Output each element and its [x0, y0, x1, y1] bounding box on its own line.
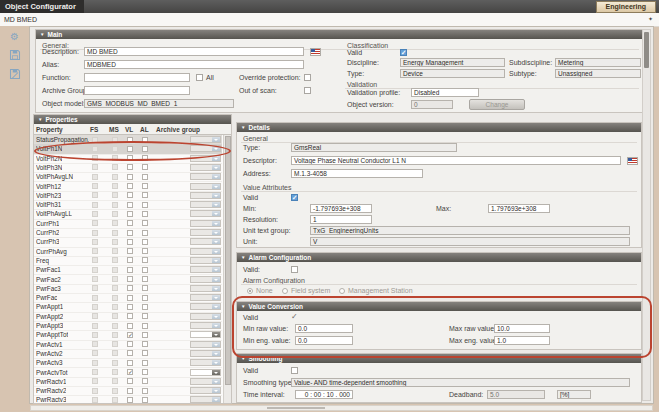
al-checkbox[interactable] — [142, 378, 148, 384]
al-checkbox[interactable] — [142, 323, 148, 329]
archive-group-row-dropdown[interactable] — [190, 201, 221, 208]
al-checkbox[interactable] — [142, 267, 148, 273]
override-protection-checkbox[interactable] — [304, 74, 311, 81]
dropdown-arrow-icon[interactable] — [212, 202, 220, 207]
vl-checkbox[interactable] — [127, 285, 133, 291]
time-interval-field[interactable]: 0 : 00 : 10 . 000 — [295, 390, 353, 399]
archive-group-row-dropdown[interactable] — [190, 285, 221, 292]
dropdown-arrow-icon[interactable] — [212, 323, 220, 328]
vl-checkbox[interactable] — [127, 164, 133, 170]
vl-checkbox[interactable] — [127, 202, 133, 208]
archive-group-row-dropdown[interactable] — [190, 136, 221, 143]
save-as-icon[interactable] — [8, 68, 22, 81]
archive-group-row-dropdown[interactable] — [190, 192, 221, 199]
out-of-scan-checkbox[interactable] — [304, 87, 311, 94]
archive-group-row-dropdown[interactable] — [190, 257, 221, 264]
horizontal-scrollbar[interactable] — [30, 405, 653, 411]
column-header-ms[interactable]: MS — [109, 125, 119, 134]
archive-group-row-dropdown[interactable] — [190, 341, 221, 348]
column-header-al[interactable]: AL — [140, 125, 149, 134]
dropdown-arrow-icon[interactable] — [212, 360, 220, 365]
subdiscipline-dropdown[interactable]: Metering — [555, 58, 641, 67]
descriptor-field[interactable]: Voltage Phase Neutral Conductor L1 N — [291, 156, 621, 165]
archive-group-dropdown[interactable] — [84, 86, 190, 95]
max-eng-value-field[interactable]: 1.0 — [494, 336, 550, 345]
al-checkbox[interactable] — [142, 192, 148, 198]
vertical-scrollbar[interactable] — [642, 29, 651, 401]
archive-group-row-dropdown[interactable] — [190, 210, 221, 217]
vl-checkbox[interactable] — [127, 369, 133, 375]
column-header-vl[interactable]: VL — [125, 125, 133, 134]
vl-checkbox[interactable] — [127, 350, 133, 356]
dropdown-arrow-icon[interactable] — [212, 379, 220, 384]
dropdown-arrow-icon[interactable] — [212, 230, 220, 235]
vl-checkbox[interactable] — [127, 220, 133, 226]
main-section-header[interactable]: ▼Main — [36, 30, 644, 39]
archive-group-row-dropdown[interactable] — [190, 145, 221, 152]
language-flag-icon[interactable] — [627, 157, 638, 165]
vl-checkbox[interactable] — [127, 304, 133, 310]
archive-group-row-dropdown[interactable] — [190, 322, 221, 329]
alarm-radio-management-station[interactable] — [339, 288, 345, 294]
vl-checkbox[interactable] — [127, 230, 133, 236]
value-conversion-valid-checkmark[interactable]: ✓ — [291, 313, 298, 321]
archive-group-row-dropdown[interactable] — [190, 266, 221, 273]
vl-checkbox[interactable] — [127, 211, 133, 217]
archive-group-row-dropdown[interactable] — [190, 313, 221, 320]
vl-checkbox[interactable] — [127, 239, 133, 245]
max-raw-value-field[interactable]: 10.0 — [494, 324, 550, 333]
al-checkbox[interactable] — [142, 397, 148, 403]
al-checkbox[interactable] — [142, 164, 148, 170]
archive-group-row-dropdown[interactable] — [190, 350, 221, 357]
vl-checkbox[interactable] — [127, 360, 133, 366]
scrollbar-thumb[interactable] — [644, 32, 649, 68]
alarm-valid-checkbox[interactable] — [291, 266, 298, 273]
unit-dropdown[interactable]: V — [310, 237, 630, 246]
al-checkbox[interactable] — [142, 220, 148, 226]
al-checkbox[interactable] — [142, 285, 148, 291]
engineering-mode-button[interactable]: Engineering — [596, 1, 656, 13]
dropdown-arrow-icon[interactable] — [212, 258, 220, 263]
vl-checkbox[interactable] — [127, 137, 133, 143]
al-checkbox[interactable] — [142, 137, 148, 143]
archive-group-row-dropdown[interactable] — [190, 294, 221, 301]
al-checkbox[interactable] — [142, 369, 148, 375]
archive-group-row-dropdown[interactable] — [190, 387, 221, 394]
al-checkbox[interactable] — [142, 313, 148, 319]
dropdown-arrow-icon[interactable] — [212, 388, 220, 393]
archive-group-row-dropdown[interactable] — [190, 164, 221, 171]
dropdown-arrow-icon[interactable] — [212, 342, 220, 347]
column-header-property[interactable]: Property — [36, 125, 63, 134]
value-attributes-valid-checkbox[interactable] — [291, 194, 298, 201]
dropdown-arrow-icon[interactable] — [212, 397, 220, 402]
min-raw-value-field[interactable]: 0.0 — [295, 324, 353, 333]
vl-checkbox[interactable] — [127, 267, 133, 273]
vl-checkbox[interactable] — [127, 295, 133, 301]
deadband-unit-dropdown[interactable]: [%] — [557, 390, 591, 399]
al-checkbox[interactable] — [142, 230, 148, 236]
al-checkbox[interactable] — [142, 360, 148, 366]
alarm-radio-field-system[interactable] — [282, 288, 288, 294]
al-checkbox[interactable] — [142, 388, 148, 394]
dropdown-arrow-icon[interactable] — [212, 277, 220, 282]
vl-checkbox[interactable] — [127, 313, 133, 319]
resolution-field[interactable]: 1 — [310, 215, 372, 224]
dropdown-arrow-icon[interactable] — [212, 286, 220, 291]
properties-scrollbar[interactable] — [223, 135, 232, 403]
vl-checkbox[interactable] — [127, 276, 133, 282]
archive-group-row-dropdown[interactable] — [190, 238, 221, 245]
dropdown-arrow-icon[interactable] — [212, 211, 220, 216]
smoothing-header[interactable]: ▼Smoothing — [237, 354, 641, 363]
archive-group-row-dropdown[interactable] — [190, 303, 221, 310]
vl-checkbox[interactable] — [127, 323, 133, 329]
smoothing-valid-checkbox[interactable] — [291, 367, 298, 374]
min-eng-value-field[interactable]: 0.0 — [295, 336, 353, 345]
al-checkbox[interactable] — [142, 332, 148, 338]
al-checkbox[interactable] — [142, 304, 148, 310]
subtype-dropdown[interactable]: Unassigned — [555, 69, 641, 78]
vl-checkbox[interactable] — [127, 155, 133, 161]
alarm-configuration-header[interactable]: ▼Alarm Configuration — [237, 253, 641, 262]
archive-group-row-dropdown[interactable] — [190, 331, 221, 338]
dropdown-arrow-icon[interactable] — [212, 156, 220, 161]
archive-group-row-dropdown[interactable] — [190, 276, 221, 283]
